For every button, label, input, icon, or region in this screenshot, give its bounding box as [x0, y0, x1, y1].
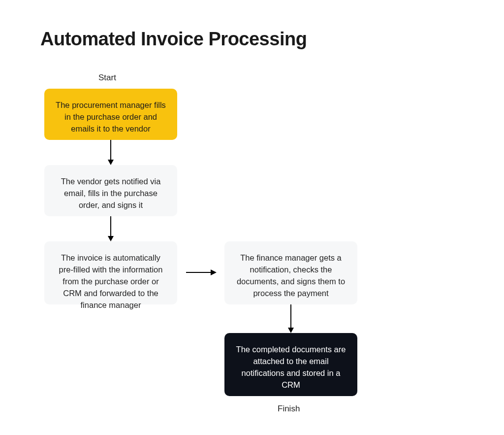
svg-marker-3 — [108, 236, 114, 241]
arrow-right-icon — [186, 269, 217, 276]
arrow-down-icon — [107, 140, 114, 165]
flow-node-vendor: The vendor gets notified via email, fill… — [44, 165, 177, 216]
flow-node-start: The procurement manager fills in the pur… — [44, 89, 177, 140]
arrow-down-icon — [107, 216, 114, 241]
arrow-down-icon — [287, 304, 294, 333]
svg-marker-1 — [108, 160, 114, 165]
start-label: Start — [98, 73, 116, 83]
finish-label: Finish — [278, 404, 300, 414]
flow-node-finance: The finance manager gets a notification,… — [224, 241, 357, 304]
svg-marker-5 — [211, 269, 217, 275]
diagram-title: Automated Invoice Processing — [40, 29, 307, 50]
flow-node-invoice: The invoice is automatically pre-filled … — [44, 241, 177, 304]
flow-node-finish: The completed documents are attached to … — [224, 333, 357, 396]
svg-marker-7 — [288, 328, 294, 333]
